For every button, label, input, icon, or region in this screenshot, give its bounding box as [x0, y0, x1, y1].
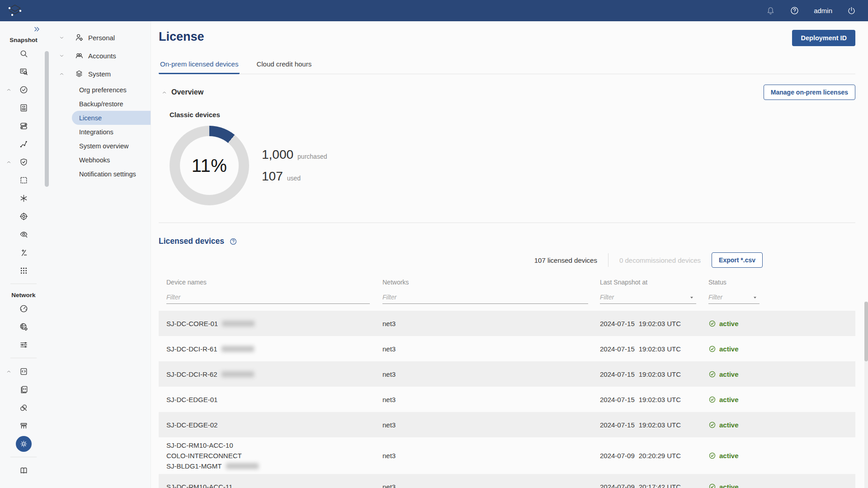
rail-item-documentation-book[interactable]	[0, 461, 47, 479]
licensed-devices-help-icon[interactable]	[229, 237, 237, 246]
rail-item-snowflake[interactable]	[0, 189, 47, 207]
menu-item-system-overview[interactable]: System overview	[47, 139, 151, 153]
overview-heading: Overview	[171, 88, 203, 96]
device-names-filter-input[interactable]	[166, 292, 370, 304]
rail-item-inventory-search[interactable]	[0, 62, 47, 81]
cell-last-snapshot: 2024-07-0920:17:42 UTC	[600, 483, 708, 488]
settings-menu: PersonalAccountsSystemOrg preferencesBac…	[47, 21, 151, 488]
rail-item-assurance-check[interactable]	[0, 81, 47, 99]
column-header-last-snapshot-at[interactable]: Last Snapshot at	[600, 279, 708, 286]
export-csv-button[interactable]: Export *.csv	[712, 252, 763, 268]
rail-item-diff-plus-minus[interactable]	[0, 243, 47, 261]
documents-stack-icon	[19, 385, 28, 394]
device-name: SJ-DC-CORE-01	[166, 320, 218, 327]
rail-item-security-shield[interactable]	[0, 153, 47, 171]
snapshot-filter-dropdown-icon[interactable]	[689, 295, 694, 300]
rail-item-path-lookup[interactable]	[0, 135, 47, 153]
networks-filter-input[interactable]	[382, 292, 588, 304]
chevron-up-icon[interactable]	[59, 71, 65, 77]
last-snapshot-filter-input[interactable]	[600, 292, 696, 304]
column-header-status[interactable]: Status	[708, 279, 855, 286]
redacted-text	[226, 463, 259, 469]
menu-item-personal[interactable]: Personal	[47, 28, 151, 47]
menu-item-accounts[interactable]: Accounts	[47, 47, 151, 65]
rail-item-globe-gear[interactable]	[0, 317, 47, 336]
user-menu[interactable]: admin	[814, 7, 832, 14]
column-header-device-names[interactable]: Device names	[159, 279, 382, 286]
menu-item-integrations[interactable]: Integrations	[47, 125, 151, 139]
gauge-icon	[19, 304, 28, 313]
people-icon	[75, 51, 84, 60]
rail-item-documents-stack[interactable]	[0, 380, 47, 398]
purchased-value: 1,000	[262, 147, 293, 162]
rail-item-draw-tools[interactable]	[0, 398, 47, 417]
collapse-overview-icon[interactable]	[161, 90, 167, 95]
rail-item-apps-grid[interactable]	[0, 261, 47, 280]
status-badge: active	[719, 452, 739, 460]
snapshot-date: 2024-07-15	[600, 370, 635, 378]
column-header-networks[interactable]: Networks	[382, 279, 600, 286]
rail-item-sliders[interactable]	[0, 336, 47, 354]
app-logo[interactable]	[6, 3, 24, 19]
rail-item-rack-topology[interactable]	[0, 417, 47, 435]
cell-network: net3	[382, 396, 600, 403]
menu-item-license[interactable]: License	[72, 111, 151, 125]
collapse-caret-icon[interactable]	[6, 369, 12, 374]
collapse-caret-icon[interactable]	[6, 87, 12, 93]
table-scrollbar-thumb[interactable]	[864, 302, 868, 361]
status-check-icon	[708, 452, 716, 460]
table-row[interactable]: SJ-DC-DCI-R-61net32024-07-1519:02:03 UTC…	[159, 336, 855, 361]
sidebar-scrollbar[interactable]	[45, 51, 49, 187]
help-icon[interactable]	[790, 6, 799, 15]
rail-item-code-document[interactable]	[0, 99, 47, 117]
rail-item-bug-target[interactable]	[0, 207, 47, 225]
rail-item-gauge[interactable]	[0, 299, 47, 317]
cell-device-names: SJ-DC-CORE-01	[159, 316, 382, 332]
manage-on-prem-licenses-button[interactable]: Manage on-prem licenses	[764, 85, 855, 100]
licensed-count: 107 licensed devices	[534, 256, 597, 264]
person-gear-icon	[75, 33, 84, 42]
rail-item-toggles[interactable]	[0, 117, 47, 135]
deployment-id-button[interactable]: Deployment ID	[792, 30, 855, 46]
chevron-down-icon[interactable]	[59, 35, 65, 41]
rail-item-folder-code[interactable]	[0, 362, 47, 380]
assurance-check-icon	[19, 85, 28, 95]
tab-on-prem-licensed-devices[interactable]: On-prem licensed devices	[159, 56, 240, 74]
menu-item-org-preferences[interactable]: Org preferences	[47, 83, 151, 97]
table-row[interactable]: SJ-DC-EDGE-02net32024-07-1519:02:03 UTCa…	[159, 412, 855, 437]
menu-item-system[interactable]: System	[47, 65, 151, 83]
collapse-caret-icon[interactable]	[6, 159, 12, 165]
table-row[interactable]: SJ-DC-CORE-01net32024-07-1519:02:03 UTCa…	[159, 311, 855, 336]
status-filter-dropdown-icon[interactable]	[752, 295, 758, 300]
table-row[interactable]: SJ-DC-EDGE-01net32024-07-1519:02:03 UTCa…	[159, 387, 855, 412]
logout-power-icon[interactable]	[847, 6, 856, 15]
menu-item-label: System overview	[79, 142, 129, 150]
table-row[interactable]: SJ-DC-RM10-ACC-10COLO-INTERCONNECTSJ-BLD…	[159, 437, 855, 474]
cell-network: net3	[382, 452, 600, 460]
cell-device-names: SJ-DC-DCI-R-62	[159, 366, 382, 382]
snowflake-icon	[19, 194, 28, 203]
cell-network: net3	[382, 370, 600, 378]
tab-cloud-credit-hours[interactable]: Cloud credit hours	[255, 56, 313, 74]
status-check-icon	[708, 396, 716, 403]
rail-item-discovery-eye[interactable]	[0, 225, 47, 243]
rail-item-settings-gear[interactable]	[0, 435, 47, 453]
menu-item-notification-settings[interactable]: Notification settings	[47, 167, 151, 181]
notifications-bell-icon[interactable]	[766, 6, 775, 15]
cell-network: net3	[382, 421, 600, 429]
status-badge: active	[719, 396, 739, 403]
snapshot-date: 2024-07-15	[600, 396, 635, 403]
sliders-icon	[19, 340, 28, 350]
rail-item-search[interactable]	[0, 44, 47, 62]
menu-item-backup-restore[interactable]: Backup/restore	[47, 97, 151, 111]
cell-status: active	[708, 345, 855, 353]
menu-item-webhooks[interactable]: Webhooks	[47, 153, 151, 167]
rail-item-selection-square[interactable]	[0, 171, 47, 189]
table-row[interactable]: SJ-DC-DCI-R-62net32024-07-1519:02:03 UTC…	[159, 361, 855, 387]
expand-sidebar-icon[interactable]	[33, 25, 41, 33]
chevron-down-icon[interactable]	[59, 53, 65, 59]
licensed-devices-table: Device names Networks Last Snapshot at S…	[159, 279, 855, 488]
table-row[interactable]: SJ-DC-RM10-ACC-11net32024-07-0920:17:42 …	[159, 474, 855, 488]
cell-status: active	[708, 483, 855, 488]
snapshot-date: 2024-07-15	[600, 421, 635, 429]
